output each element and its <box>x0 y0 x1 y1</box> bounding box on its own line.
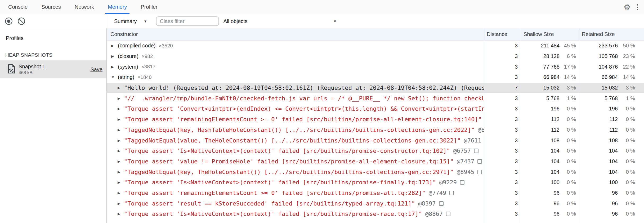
reveal-object-icon[interactable] <box>477 159 482 164</box>
table-row[interactable]: ▼(string)×1840366 98414 %66 98414 % <box>107 72 644 83</box>
table-row[interactable]: ▶(compiled code)×35203211 48445 %233 576… <box>107 41 644 51</box>
retained-size-percent: 0 % <box>618 179 635 185</box>
table-row[interactable]: ▶"Torque assert 'Convert<uintptr>(endInd… <box>107 104 644 114</box>
memory-toolbar: Summary ▼ All objects ▼ <box>107 14 644 28</box>
table-row[interactable]: ▶"Hello world! (Requested at: 2024-08-19… <box>107 83 644 93</box>
sidebar-item-snapshot-1[interactable]: Snapshot 1 468 kB Save <box>0 60 106 78</box>
table-row[interactable]: ▶"Torque assert 'remainingElementsCount … <box>107 114 644 125</box>
reveal-object-icon[interactable] <box>449 191 454 195</box>
expander-collapsed-icon[interactable]: ▶ <box>111 54 116 58</box>
table-row[interactable]: ▶"Torque assert 'result == kStoreSuccede… <box>107 198 644 209</box>
shallow-size-value: 100 <box>521 179 560 185</box>
shallow-size-cell: 1040 % <box>521 167 579 177</box>
reveal-object-icon[interactable] <box>474 149 478 153</box>
settings-gear-icon[interactable]: ⚙ <box>624 3 630 11</box>
tab-profiler[interactable]: Profiler <box>134 0 164 14</box>
distance-cell: 3 <box>484 125 521 135</box>
shallow-size-percent: 0 % <box>560 169 576 175</box>
distance-cell: 7 <box>484 83 521 93</box>
shallow-size-cell: 1000 % <box>521 177 579 188</box>
distance-value: 3 <box>515 137 518 144</box>
reveal-object-icon[interactable] <box>446 212 450 216</box>
column-header-shallow-size[interactable]: Shallow Size <box>521 31 579 37</box>
table-row[interactable]: ▶"Torque assert 'Is<NativeContext>(conte… <box>107 177 644 188</box>
save-link[interactable]: Save <box>90 66 102 73</box>
expander-collapsed-icon[interactable]: ▶ <box>118 191 122 195</box>
expander-expanded-icon[interactable]: ▼ <box>111 75 116 79</box>
class-filter-input[interactable] <box>156 16 219 26</box>
expander-collapsed-icon[interactable]: ▶ <box>118 86 122 90</box>
table-row[interactable]: ▶"TaggedNotEqual(key, HashTableHoleConst… <box>107 125 644 135</box>
distance-value: 3 <box>515 116 518 122</box>
object-address: @7437 <box>457 158 474 165</box>
expander-collapsed-icon[interactable]: ▶ <box>118 96 122 100</box>
constructor-cell: ▶"Torque assert 'Is<NativeContext>(conte… <box>107 209 484 219</box>
string-value: "// .wrangler/tmp/bundle-FmNIt0/checked-… <box>124 95 484 102</box>
string-value: "Torque assert 'remainingElementsCount >… <box>124 190 426 196</box>
string-value: "TaggedNotEqual(key, HashTableHoleConsta… <box>124 127 475 133</box>
table-row[interactable]: ▶"Torque assert 'value != PromiseHole' f… <box>107 156 644 167</box>
distance-value: 3 <box>515 211 518 217</box>
retained-size-cell: 1080 % <box>579 135 644 146</box>
more-options-icon[interactable] <box>635 3 640 11</box>
objects-scope-select[interactable]: All objects ▼ <box>223 18 337 24</box>
retained-size-cell: 1040 % <box>579 167 644 177</box>
retained-size-value: 108 <box>579 137 618 144</box>
retained-size-percent: 1 % <box>618 95 635 101</box>
table-row[interactable]: ▶"Torque assert 'Is<NativeContext>(conte… <box>107 209 644 219</box>
shallow-size-cell: 1080 % <box>521 135 579 146</box>
expander-collapsed-icon[interactable]: ▶ <box>118 180 122 184</box>
distance-value: 3 <box>515 74 518 80</box>
record-heap-snapshot-icon[interactable] <box>4 17 13 26</box>
instance-count: ×3817 <box>141 64 155 70</box>
retained-size-cell: 1120 % <box>579 114 644 125</box>
table-row[interactable]: ▶"TaggedNotEqual(value, TheHoleConstant(… <box>107 135 644 146</box>
perspective-select[interactable]: Summary ▼ <box>114 18 147 24</box>
expander-collapsed-icon[interactable]: ▶ <box>118 149 122 153</box>
reveal-object-icon[interactable] <box>477 170 482 174</box>
shallow-size-value: 66 984 <box>521 74 560 80</box>
shallow-size-value: 104 <box>521 158 560 164</box>
column-divider <box>579 28 579 223</box>
expander-collapsed-icon[interactable]: ▶ <box>118 212 122 216</box>
expander-collapsed-icon[interactable]: ▶ <box>111 65 116 69</box>
column-header-retained-size[interactable]: Retained Size <box>579 31 644 37</box>
reveal-object-icon[interactable] <box>439 201 444 206</box>
expander-collapsed-icon[interactable]: ▶ <box>118 170 122 174</box>
retained-size-percent: 0 % <box>618 158 635 164</box>
expander-collapsed-icon[interactable]: ▶ <box>118 159 122 163</box>
constructor-cell: ▶"Hello world! (Requested at: 2024-08-19… <box>107 83 484 93</box>
distance-value: 3 <box>515 190 518 196</box>
tab-memory[interactable]: Memory <box>101 0 134 14</box>
tab-sources[interactable]: Sources <box>34 0 68 14</box>
expander-collapsed-icon[interactable]: ▶ <box>111 44 116 48</box>
shallow-size-cell: 28 1286 % <box>521 51 579 62</box>
table-row[interactable]: ▶(system)×3817377 76817 %104 87622 % <box>107 61 644 72</box>
shallow-size-value: 104 <box>521 148 560 154</box>
retained-size-value: 104 876 <box>579 64 618 70</box>
tab-console[interactable]: Console <box>1 0 34 14</box>
clear-profiles-icon[interactable] <box>17 17 26 26</box>
chevron-down-icon: ▼ <box>333 19 337 23</box>
table-row[interactable]: ▶"TaggedNotEqual(key, TheHoleConstant())… <box>107 167 644 177</box>
expander-collapsed-icon[interactable]: ▶ <box>118 128 122 132</box>
table-row[interactable]: ▶(closure)×982328 1286 %105 76823 % <box>107 51 644 62</box>
distance-value: 3 <box>515 64 518 70</box>
shallow-size-percent: 0 % <box>560 116 576 122</box>
table-row[interactable]: ▶"// .wrangler/tmp/bundle-FmNIt0/checked… <box>107 93 644 104</box>
tab-network[interactable]: Network <box>68 0 101 14</box>
expander-collapsed-icon[interactable]: ▶ <box>118 202 122 206</box>
column-header-distance[interactable]: Distance <box>484 31 521 37</box>
shallow-size-value: 5 768 <box>521 95 560 101</box>
reveal-object-icon[interactable] <box>460 180 464 185</box>
expander-collapsed-icon[interactable]: ▶ <box>118 107 122 111</box>
table-row[interactable]: ▶"Torque assert 'remainingElementsCount … <box>107 188 644 198</box>
object-address: @8397 <box>418 200 436 207</box>
table-row[interactable]: ▶"Torque assert 'Is<NativeContext>(conte… <box>107 146 644 156</box>
retained-size-percent: 3 % <box>618 85 635 91</box>
column-header-constructor[interactable]: Constructor <box>107 31 484 37</box>
instance-count: ×3520 <box>159 43 173 49</box>
expander-collapsed-icon[interactable]: ▶ <box>118 117 122 121</box>
expander-collapsed-icon[interactable]: ▶ <box>118 139 122 142</box>
column-divider <box>484 28 484 223</box>
